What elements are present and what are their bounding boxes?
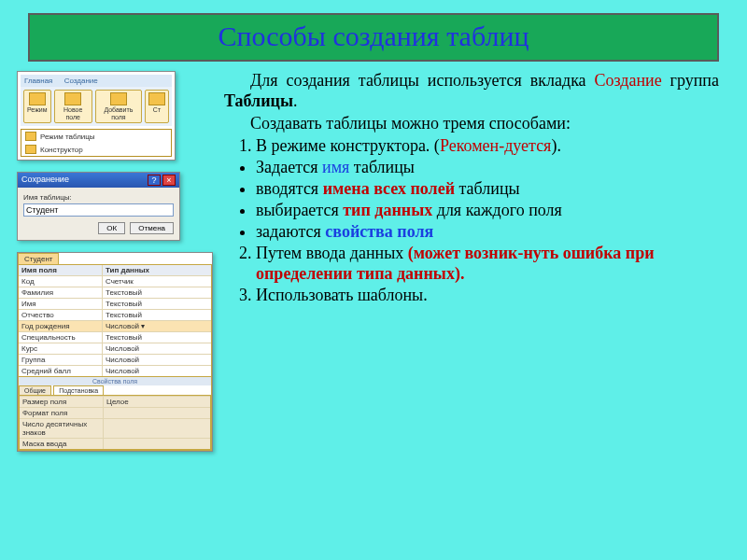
sub-types: выбирается тип данных для каждого поля <box>256 201 719 221</box>
dropdown-designer: Конструктор <box>21 143 171 156</box>
table-row: ФамилияТекстовый <box>19 287 211 298</box>
intro-paragraph: Для создания таблицы используется вкладк… <box>224 71 719 112</box>
close-icon: × <box>162 175 176 186</box>
dropdown-datasheet: Режим таблицы <box>21 130 171 143</box>
slide-title-text: Способы создания таблиц <box>218 21 529 51</box>
sub-name: Задается имя таблицы <box>256 158 719 178</box>
slide-title: Способы создания таблиц <box>28 13 719 62</box>
field-properties-title: Свойства поля <box>19 376 211 385</box>
methods-intro: Создавать таблицы можно тремя способами: <box>224 114 719 134</box>
ok-button[interactable]: ОК <box>98 222 125 234</box>
designer-icon <box>25 145 36 154</box>
table-row: ОтчествоТекстовый <box>19 309 211 320</box>
table-row: СпециальностьТекстовый <box>19 331 211 343</box>
newfield-icon <box>64 92 81 105</box>
table-row: КурсЧисловой <box>19 343 211 354</box>
table-row: ИмяТекстовый <box>19 298 211 309</box>
help-icon: ? <box>148 175 161 186</box>
ribbon-addfields-button: Добавить поля <box>95 90 142 123</box>
ribbon-tab-home: Главная <box>24 77 52 85</box>
table-row: КодСчетчик <box>19 275 211 287</box>
table-row: ГруппаЧисловой <box>19 354 211 365</box>
tablename-input[interactable] <box>23 203 174 217</box>
ribbon-tab-create: Создание <box>64 77 98 85</box>
mode-dropdown: Режим таблицы Конструктор <box>21 129 172 157</box>
designer-screenshot: Студент Имя поля Тип данных КодСчетчикФа… <box>17 252 213 452</box>
col-fieldname: Имя поля <box>19 265 103 275</box>
sub-props: задаются свойства поля <box>256 222 719 243</box>
ribbon-screenshot: Главная Создание Режим Новое поле Добави… <box>17 71 176 161</box>
table-row: Средний баллЧисловой <box>19 365 211 376</box>
addfields-icon <box>110 92 127 105</box>
col-datatype: Тип данных <box>103 265 211 275</box>
ribbon-newfield-button: Новое поле <box>54 90 92 123</box>
datasheet-icon <box>25 132 36 141</box>
col-icon <box>148 92 165 105</box>
method-3: Использовать шаблоны. <box>256 286 719 306</box>
cancel-button[interactable]: Отмена <box>130 222 174 234</box>
screenshots-column: Главная Создание Режим Новое поле Добави… <box>0 71 215 452</box>
props-tab-lookup: Подстановка <box>53 385 104 395</box>
ribbon-col-button: Ст <box>145 90 169 123</box>
designer-tab: Студент <box>18 253 59 264</box>
sub-fields: вводятся имена всех полей таблицы <box>256 179 719 200</box>
text-content: Для создания таблицы используется вкладк… <box>215 71 747 452</box>
ribbon-mode-button: Режим <box>23 90 51 123</box>
table-row: Год рожденияЧисловой ▾ <box>19 320 211 331</box>
method-2: Путем ввода данных (может возник-нуть ош… <box>256 244 719 285</box>
method-1: В режиме конструктора. (Рекомен-дуется). <box>256 136 719 157</box>
save-dialog-screenshot: Сохранение ? × Имя таблицы: ОК Отмена <box>17 172 180 241</box>
dialog-title: Сохранение <box>21 175 69 186</box>
mode-icon <box>29 92 46 105</box>
props-tab-general: Общие <box>19 385 51 395</box>
tablename-label: Имя таблицы: <box>23 193 174 202</box>
